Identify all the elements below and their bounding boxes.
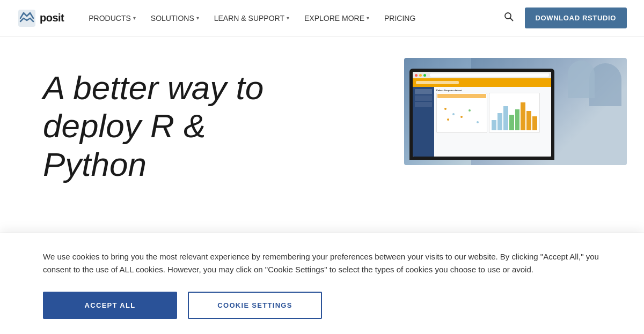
navbar: posit PRODUCTS ▾ SOLUTIONS ▾ LEARN & SUP…: [0, 0, 644, 36]
nav-links: PRODUCTS ▾ SOLUTIONS ▾ LEARN & SUPPORT ▾…: [81, 0, 501, 36]
chevron-down-icon: ▾: [196, 15, 199, 21]
chevron-down-icon: ▾: [133, 15, 136, 21]
accept-all-button[interactable]: ACCEPT ALL: [43, 292, 177, 319]
nav-pricing[interactable]: PRICING: [377, 0, 423, 36]
hero-image-inner: Palmer Penguins dataset: [404, 58, 627, 165]
search-icon: [503, 11, 514, 22]
search-button[interactable]: [501, 9, 516, 27]
nav-solutions[interactable]: SOLUTIONS ▾: [143, 0, 207, 36]
hero-image: Palmer Penguins dataset: [404, 58, 627, 165]
nav-actions: DOWNLOAD RSTUDIO: [501, 8, 627, 28]
logo-text: posit: [40, 12, 64, 24]
svg-line-2: [510, 18, 513, 21]
download-rstudio-button[interactable]: DOWNLOAD RSTUDIO: [525, 8, 627, 28]
chevron-down-icon: ▾: [367, 15, 369, 21]
cookie-settings-button[interactable]: COOKIE SETTINGS: [188, 292, 322, 319]
nav-explore-more[interactable]: EXPLORE MORE ▾: [297, 0, 377, 36]
cookie-message: We use cookies to bring you the most rel…: [43, 250, 601, 277]
chevron-down-icon: ▾: [287, 15, 289, 21]
cookie-buttons: ACCEPT ALL COOKIE SETTINGS: [43, 292, 601, 319]
logo[interactable]: posit: [17, 9, 64, 28]
hero-title: A better way to deploy R & Python: [43, 69, 404, 183]
cookie-banner: We use cookies to bring you the most rel…: [0, 233, 644, 335]
nav-learn-support[interactable]: LEARN & SUPPORT ▾: [207, 0, 297, 36]
nav-products[interactable]: PRODUCTS ▾: [81, 0, 143, 36]
